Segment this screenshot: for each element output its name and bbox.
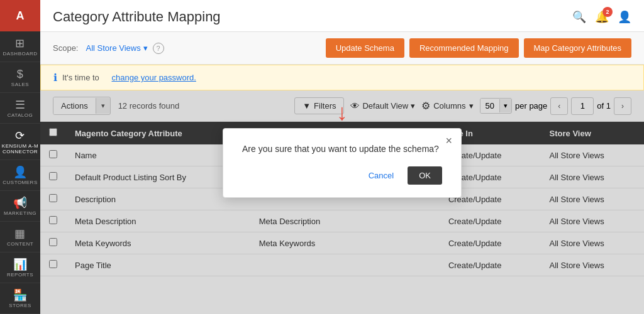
content-icon: ▦ — [14, 228, 26, 239]
modal-actions: Cancel OK — [242, 166, 442, 185]
map-category-button[interactable]: Map Category Attributes — [524, 38, 631, 58]
sidebar-item-sales[interactable]: $ Sales — [0, 62, 40, 93]
scope-label: Scope: — [53, 43, 78, 53]
notification-bell[interactable]: 🔔 2 — [595, 10, 609, 24]
sidebar-label-reports: Reports — [7, 272, 33, 278]
update-schema-button[interactable]: Update Schema — [326, 38, 404, 58]
info-text: It's time to — [62, 73, 99, 82]
sidebar-label-catalog: Catalog — [8, 112, 33, 118]
topbar-icons: 🔍 🔔 2 👤 — [572, 10, 631, 24]
marketing-icon: 📢 — [13, 197, 28, 208]
modal-ok-button[interactable]: OK — [408, 166, 442, 185]
scope-chevron-icon: ▾ — [143, 43, 148, 53]
page-title: Category Attribute Mapping — [53, 9, 221, 25]
notification-badge: 2 — [602, 7, 613, 17]
info-icon: ℹ — [53, 72, 57, 84]
scope-value: All Store Views — [86, 43, 140, 53]
sidebar-label-sales: Sales — [11, 82, 29, 87]
action-toolbar: Scope: All Store Views ▾ ? Update Schema… — [40, 32, 644, 65]
modal-confirm-text: Are you sure that you want to update the… — [242, 144, 442, 154]
recommended-mapping-button[interactable]: Recommended Mapping — [409, 38, 519, 58]
sidebar-label-dashboard: Dashboard — [3, 51, 37, 57]
topbar: Category Attribute Mapping 🔍 🔔 2 👤 — [40, 0, 644, 32]
sidebar-item-reports[interactable]: 📊 Reports — [0, 252, 40, 283]
sidebar-item-customers[interactable]: 👤 Customers — [0, 160, 40, 191]
sidebar-logo: A — [0, 0, 40, 31]
dashboard-icon: ⊞ — [15, 38, 25, 49]
reports-icon: 📊 — [13, 259, 28, 270]
arrow-indicator: ↓ — [336, 101, 348, 124]
help-icon[interactable]: ? — [153, 43, 164, 54]
sidebar-label-content: Content — [7, 241, 33, 247]
customers-icon: 👤 — [13, 166, 28, 178]
sidebar-item-marketing[interactable]: 📢 Marketing — [0, 191, 40, 222]
content-area: Actions ▾ 12 records found ▼ Filters 👁 D… — [40, 90, 644, 314]
main-content: Category Attribute Mapping 🔍 🔔 2 👤 Scope… — [40, 0, 644, 314]
modal-close-button[interactable]: × — [445, 135, 452, 146]
sidebar-item-dashboard[interactable]: ⊞ Dashboard — [0, 31, 40, 62]
sidebar: A ⊞ Dashboard $ Sales ☰ Catalog ⟳ Kensiu… — [0, 0, 40, 314]
kensium-icon: ⟳ — [15, 130, 25, 141]
confirm-modal: ↓ × Are you sure that you want to update… — [223, 128, 462, 198]
sales-icon: $ — [17, 68, 24, 80]
sidebar-label-stores: Stores — [9, 303, 31, 308]
change-password-link[interactable]: change your password. — [111, 73, 196, 82]
info-bar: ℹ It's time to change your password. — [40, 65, 644, 90]
search-icon[interactable]: 🔍 — [572, 10, 586, 24]
stores-icon: 🏪 — [13, 290, 28, 301]
sidebar-label-customers: Customers — [3, 180, 37, 185]
scope-dropdown[interactable]: All Store Views ▾ — [86, 43, 147, 53]
scope-section: Scope: All Store Views ▾ ? — [53, 43, 164, 54]
modal-cancel-button[interactable]: Cancel — [362, 167, 400, 184]
sidebar-label-kensium: Kensium A-M Connector — [0, 143, 40, 154]
sidebar-item-catalog[interactable]: ☰ Catalog — [0, 93, 40, 124]
sidebar-item-content[interactable]: ▦ Content — [0, 222, 40, 252]
sidebar-label-marketing: Marketing — [4, 210, 36, 216]
sidebar-item-kensium[interactable]: ⟳ Kensium A-M Connector — [0, 124, 40, 160]
catalog-icon: ☰ — [15, 99, 26, 111]
sidebar-item-stores[interactable]: 🏪 Stores — [0, 283, 40, 314]
modal-overlay: ↓ × Are you sure that you want to update… — [40, 90, 644, 314]
user-avatar[interactable]: 👤 — [618, 10, 631, 24]
toolbar-buttons: Update Schema Recommended Mapping Map Ca… — [326, 38, 631, 58]
